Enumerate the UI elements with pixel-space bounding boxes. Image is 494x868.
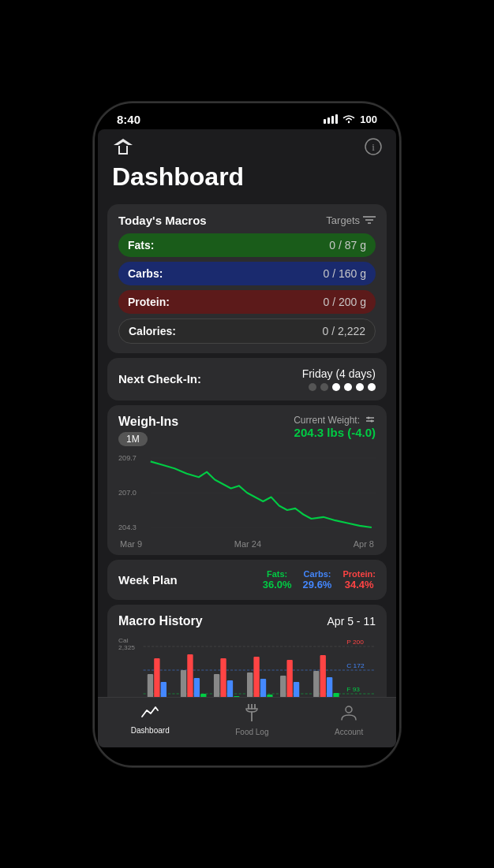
checkin-dots [302, 383, 376, 391]
svg-text:P 200: P 200 [346, 639, 364, 646]
battery-display: 100 [360, 114, 377, 125]
account-icon [340, 704, 357, 726]
app-header: i [98, 129, 396, 159]
checkin-content: Next Check-In: Friday (4 days) [118, 367, 376, 391]
phone-frame: 8:40 100 [93, 102, 401, 767]
adjust-icon [365, 415, 376, 426]
page-title: Dashboard [98, 159, 396, 199]
current-weight-value: 204.3 lbs (-4.0) [294, 426, 376, 439]
fats-bar[interactable]: Fats: 0 / 87 g [118, 233, 376, 257]
dot-5 [356, 383, 364, 391]
history-header: Macro History Apr 5 - 11 [118, 614, 376, 628]
x-label-1: Mar 9 [120, 539, 142, 549]
x-label-3: Apr 8 [354, 539, 374, 549]
history-title: Macro History [118, 614, 203, 628]
weighin-chart: 209.7 207.0 204.3 [118, 449, 376, 536]
svg-text:209.7: 209.7 [118, 453, 137, 461]
dot-2 [320, 383, 328, 391]
weighin-header: Weigh-Ins 1M Current Weight: 204.3 lbs (… [118, 415, 376, 446]
todays-macros-card: Today's Macros Targets Fats: 0 / 87 g Ca… [107, 204, 387, 353]
protein-bar[interactable]: Protein: 0 / 200 g [118, 290, 376, 314]
checkin-label: Next Check-In: [118, 372, 201, 386]
x-label-2: Mar 24 [234, 539, 261, 549]
tab-food-log-label: Food Log [235, 728, 268, 736]
info-icon[interactable]: i [365, 138, 382, 155]
targets-button[interactable]: Targets [326, 214, 376, 226]
dot-4 [344, 383, 352, 391]
macros-card-title: Today's Macros [118, 214, 207, 227]
weekplan-fats: Fats: 36.0% [263, 569, 292, 590]
dot-3 [332, 383, 340, 391]
main-screen: i Dashboard Today's Macros Targets Fats: [98, 129, 396, 747]
svg-text:207.0: 207.0 [118, 487, 137, 496]
svg-rect-2 [331, 116, 334, 124]
svg-point-70 [346, 706, 352, 713]
svg-point-4 [348, 121, 350, 123]
app-logo-icon [112, 137, 134, 156]
history-date: Apr 5 - 11 [327, 615, 376, 628]
checkin-date: Friday (4 days) [302, 367, 376, 380]
svg-text:2,325: 2,325 [118, 644, 135, 651]
status-bar: 8:40 100 [95, 103, 399, 129]
signal-icon [324, 114, 338, 124]
checkin-right: Friday (4 days) [302, 367, 376, 391]
calories-bar[interactable]: Calories: 0 / 2,222 [118, 319, 376, 344]
svg-text:204.3: 204.3 [118, 522, 137, 531]
weekplan-carbs: Carbs: 29.6% [303, 569, 332, 590]
svg-text:F 93: F 93 [346, 686, 360, 693]
dashboard-icon [140, 704, 159, 725]
tab-bar: Dashboard Food Log [98, 697, 396, 747]
tab-dashboard-label: Dashboard [131, 726, 170, 735]
week-plan-card[interactable]: Week Plan Fats: 36.0% Carbs: 29.6% Prote… [107, 560, 387, 600]
weekplan-macros: Fats: 36.0% Carbs: 29.6% Protein: 34.4% [263, 569, 376, 590]
tab-dashboard[interactable]: Dashboard [131, 704, 170, 736]
svg-text:Cal: Cal [118, 637, 129, 644]
svg-rect-3 [335, 114, 338, 124]
current-weight-label: Current Weight: [294, 415, 360, 426]
wifi-icon [342, 114, 355, 124]
filter-icon [363, 215, 376, 225]
tab-food-log[interactable]: Food Log [235, 704, 268, 736]
time-display: 8:40 [117, 113, 140, 126]
weighin-left: Weigh-Ins 1M [118, 415, 178, 446]
weighin-x-labels: Mar 9 Mar 24 Apr 8 [118, 539, 376, 549]
dot-6 [368, 383, 376, 391]
weighin-right: Current Weight: 204.3 lbs (-4.0) [294, 415, 376, 439]
weighin-title: Weigh-Ins [118, 415, 178, 429]
weekplan-title: Week Plan [118, 573, 178, 587]
tab-account-label: Account [335, 728, 363, 736]
macros-card-header: Today's Macros Targets [118, 214, 376, 227]
dot-1 [309, 383, 316, 391]
carbs-bar[interactable]: Carbs: 0 / 160 g [118, 262, 376, 285]
weighin-card[interactable]: Weigh-Ins 1M Current Weight: 204.3 lbs (… [107, 405, 387, 555]
weekplan-content: Week Plan Fats: 36.0% Carbs: 29.6% Prote… [118, 569, 376, 590]
svg-point-12 [368, 416, 370, 419]
status-icons: 100 [324, 114, 377, 125]
svg-text:C 172: C 172 [346, 662, 365, 669]
next-checkin-card[interactable]: Next Check-In: Friday (4 days) [107, 358, 387, 400]
food-log-icon [244, 704, 260, 726]
svg-rect-1 [327, 117, 330, 124]
svg-point-13 [371, 419, 373, 422]
svg-text:i: i [372, 140, 375, 152]
svg-rect-0 [324, 119, 326, 124]
tab-account[interactable]: Account [335, 704, 363, 736]
weekplan-protein: Protein: 34.4% [342, 569, 376, 590]
timeframe-button[interactable]: 1M [118, 432, 148, 446]
